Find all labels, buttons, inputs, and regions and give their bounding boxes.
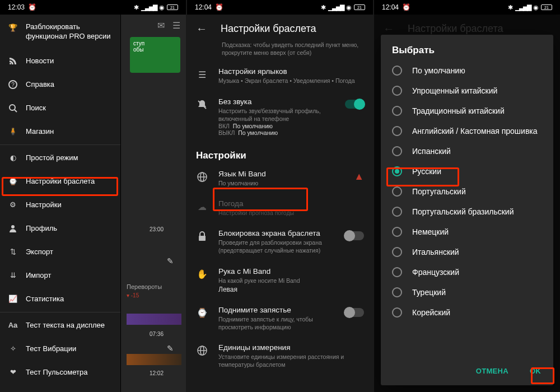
bluetooth-icon: ✱ (508, 4, 513, 11)
radio-icon (392, 307, 402, 318)
radio-icon (392, 287, 402, 297)
back-icon[interactable]: ← (196, 22, 207, 35)
option-label: Испанский (412, 147, 451, 156)
radio-icon (392, 227, 402, 237)
lift-icon: ⌚ (196, 307, 208, 319)
import-icon: ⇊ (8, 270, 18, 281)
drawer-item-label: Магазин (26, 127, 54, 136)
drawer-item-label: Экспорт (26, 248, 53, 256)
row-lift[interactable]: ⌚ Поднимите запястье Поднимите запястье … (187, 300, 373, 337)
edit-icon-2[interactable]: ✎ (167, 344, 174, 353)
drawer-item-label: Импорт (26, 271, 51, 279)
section-header: Настройки (187, 142, 373, 164)
drawer-store[interactable]: 🧍 Магазин (0, 120, 120, 143)
bg-time-label: 23:00 (150, 226, 164, 232)
option-11[interactable]: Турецкий (381, 282, 553, 302)
radio-icon (392, 207, 402, 217)
row-units[interactable]: Единицы измерения Установите единицы изм… (187, 337, 373, 375)
battery-indicator: 21 (167, 4, 178, 10)
row-language[interactable]: Язык Mi Band По умолчанию ▲ (187, 164, 373, 193)
status-bar: 12:03 ⏰ ✱ ▁▃▅▇ ◉ 21 (0, 0, 186, 15)
option-label: Упрощенный китайский (412, 86, 497, 95)
option-8[interactable]: Немецкий (381, 222, 553, 242)
signal-icon: ▁▃▅▇ (328, 4, 344, 11)
cancel-button[interactable]: ОТМЕНА (468, 362, 516, 380)
option-6[interactable]: Португальский (381, 181, 553, 202)
option-1[interactable]: Упрощенный китайский (381, 81, 553, 101)
drawer-stats[interactable]: 📈 Статистика (0, 287, 120, 311)
screenshot-2: 12:04 ⏰ ✱ ▁▃▅▇ ◉ 21 ← Настройки браслета… (187, 0, 373, 392)
row-shortcuts[interactable]: ☰ Настройки ярлыков Музыка • Экран брасл… (187, 61, 373, 91)
option-10[interactable]: Французский (381, 262, 553, 282)
row-weather[interactable]: ☁ Погода Настройки прогноза погоды (187, 193, 373, 223)
flips-label: Перевороты (127, 283, 162, 290)
dialog-options: По умолчаниюУпрощенный китайскийТрадицио… (381, 60, 553, 358)
help-icon: ? (8, 80, 18, 90)
option-4[interactable]: Испанский (381, 141, 553, 161)
option-label: Португальский (412, 187, 466, 196)
option-label: По умолчанию (412, 66, 465, 75)
drawer-item-label: Простой режим (26, 153, 78, 162)
search-icon (8, 103, 18, 113)
radio-icon (392, 267, 402, 277)
option-5[interactable]: Русский (381, 161, 553, 181)
radio-icon (392, 186, 402, 197)
alarm-icon: ⏰ (215, 3, 223, 11)
ok-button[interactable]: OK (522, 362, 549, 380)
drawer-item-label: Профиль (26, 224, 57, 232)
edit-icon[interactable]: ✎ (167, 256, 174, 265)
drawer-settings[interactable]: ⚙ Настройки (0, 193, 120, 217)
drawer-item-label: Статистика (26, 295, 64, 303)
row-silent[interactable]: Без звука Настроить звук/беззвучный проф… (187, 91, 373, 142)
row-hand[interactable]: ✋ Рука с Mi Band На какой руке носите Mi… (187, 261, 373, 300)
radio-icon (392, 106, 402, 116)
drawer-test-vibration[interactable]: ✧ Тест Вибрации (0, 337, 120, 361)
nav-drawer: 🏆 Разблокировать функционал PRO версии Н… (0, 15, 121, 392)
drawer-profile[interactable]: Профиль (0, 217, 120, 240)
drawer-item-label: Поиск (26, 104, 46, 112)
drawer-simple-mode[interactable]: ◐ Простой режим (0, 146, 120, 170)
svg-rect-9 (199, 236, 206, 241)
radio-icon (392, 86, 402, 96)
lift-toggle[interactable] (345, 308, 364, 317)
radio-icon (392, 126, 402, 136)
option-0[interactable]: По умолчанию (381, 60, 553, 81)
drawer-test-text[interactable]: Aa Тест текста на дисплее (0, 314, 120, 337)
radio-icon (392, 166, 402, 176)
globe-icon (196, 344, 208, 357)
drawer-test-heart[interactable]: ❤ Тест Пульсометра (0, 361, 120, 384)
sliders-icon[interactable]: ☰ (172, 20, 180, 31)
row-lock[interactable]: Блокировка экрана браслета Проведите для… (187, 223, 373, 260)
drawer-item-label: Справка (26, 80, 54, 88)
option-12[interactable]: Корейский (381, 302, 553, 323)
option-7[interactable]: Португальский бразильский (381, 202, 553, 222)
heart-icon: ❤ (8, 367, 18, 377)
flips-delta: ▾ -15 (127, 292, 139, 298)
bluetooth-icon: ✱ (321, 4, 326, 11)
drawer-item-label: Тест текста на дисплее (26, 321, 105, 329)
bg-time-2: 12:02 (150, 370, 164, 376)
option-2[interactable]: Традиционный китайский (381, 101, 553, 121)
drawer-unlock-pro[interactable]: 🏆 Разблокировать функционал PRO версии (0, 15, 120, 49)
hand-icon: ✋ (196, 268, 208, 281)
svg-point-4 (11, 225, 15, 228)
mode-icon: ◐ (8, 153, 18, 163)
option-label: Русский (412, 167, 441, 176)
drawer-band-settings[interactable]: ⌚ Настройки браслета (0, 170, 120, 193)
drawer-import[interactable]: ⇊ Импорт (0, 264, 120, 287)
silent-toggle[interactable] (345, 100, 364, 109)
mail-icon[interactable]: ✉ (157, 20, 165, 31)
list-icon: ☰ (196, 68, 208, 81)
lock-toggle[interactable] (345, 231, 364, 240)
drawer-help[interactable]: ? Справка (0, 73, 120, 96)
status-bar: 12:04 ⏰ ✱ ▁▃▅▇ ◉ 21 (374, 0, 560, 15)
option-9[interactable]: Итальянский (381, 242, 553, 262)
drawer-export[interactable]: ⇅ Экспорт (0, 240, 120, 264)
option-label: Английский / Кастомная прошивка (412, 127, 538, 136)
drawer-news[interactable]: Новости (0, 49, 120, 73)
chart-icon: 📈 (8, 294, 18, 304)
drawer-search[interactable]: Поиск (0, 96, 120, 120)
option-3[interactable]: Английский / Кастомная прошивка (381, 121, 553, 141)
drawer-item-label: Тест Пульсометра (26, 368, 87, 376)
wifi-icon: ◉ (159, 4, 165, 11)
